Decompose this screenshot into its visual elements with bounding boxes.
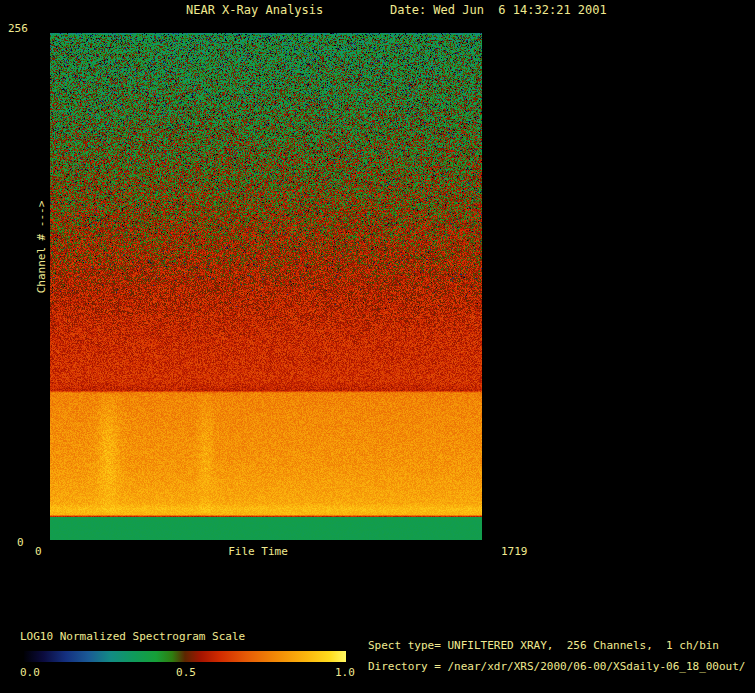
colorbar-tick-1: 0.5 — [176, 666, 196, 679]
x-axis-title: File Time — [228, 545, 288, 558]
spectrogram-heatmap — [50, 33, 482, 540]
y-axis-max-label: 256 — [8, 22, 28, 35]
spect-type-label: Spect type= UNFILTERED XRAY, 256 Channel… — [368, 639, 719, 652]
directory-label: Directory = /near/xdr/XRS/2000/06-00/XSd… — [368, 660, 746, 673]
colorbar-tick-0: 0.0 — [20, 666, 40, 679]
near-xray-analysis-window: NEAR X-Ray Analysis Date: Wed Jun 6 14:3… — [0, 0, 755, 693]
x-axis-min-label: 0 — [35, 545, 42, 558]
page-title: NEAR X-Ray Analysis — [186, 4, 323, 17]
y-axis-title: Channel # ---> — [35, 201, 48, 294]
colorbar-tick-2: 1.0 — [335, 666, 355, 679]
x-axis-max-label: 1719 — [501, 545, 528, 558]
colorbar-gradient — [24, 651, 346, 662]
date-label: Date: Wed Jun 6 14:32:21 2001 — [390, 4, 607, 17]
y-axis-min-label: 0 — [17, 536, 24, 549]
colorbar-label: LOG10 Normalized Spectrogram Scale — [20, 630, 245, 643]
